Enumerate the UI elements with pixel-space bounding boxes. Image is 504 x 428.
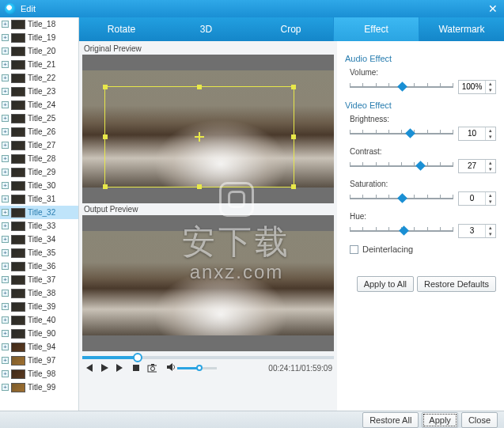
- tab-3d[interactable]: 3D: [164, 17, 248, 41]
- expand-icon[interactable]: +: [2, 142, 9, 149]
- title-thumbnail: [11, 20, 25, 29]
- close-button[interactable]: Close: [461, 412, 498, 428]
- sidebar-item[interactable]: +Title_21: [0, 58, 78, 71]
- sidebar-item[interactable]: +Title_32: [0, 206, 78, 219]
- snapshot-button[interactable]: [147, 363, 157, 373]
- crop-box[interactable]: [104, 86, 294, 187]
- expand-icon[interactable]: +: [2, 169, 9, 176]
- video-effect-header: Video Effect: [345, 100, 496, 110]
- expand-icon[interactable]: +: [2, 330, 9, 337]
- volume-spinner[interactable]: 100%▴▾: [458, 80, 496, 94]
- tab-rotate[interactable]: Rotate: [79, 17, 164, 41]
- expand-icon[interactable]: +: [2, 21, 9, 28]
- sidebar-item[interactable]: +Title_33: [0, 219, 78, 233]
- sidebar-item[interactable]: +Title_19: [0, 31, 78, 44]
- volume-slider[interactable]: [177, 367, 217, 369]
- seek-slider[interactable]: [82, 356, 334, 359]
- sidebar-item[interactable]: +Title_29: [0, 165, 78, 179]
- sidebar-item[interactable]: +Title_36: [0, 259, 78, 273]
- original-preview[interactable]: [82, 55, 334, 203]
- brightness-spinner[interactable]: 10▴▾: [458, 127, 496, 141]
- brightness-slider[interactable]: [350, 128, 453, 139]
- expand-icon[interactable]: +: [2, 115, 9, 122]
- sidebar-item[interactable]: +Title_98: [0, 367, 78, 381]
- expand-icon[interactable]: +: [2, 61, 9, 68]
- sidebar-item[interactable]: +Title_18: [0, 17, 78, 31]
- play-button[interactable]: [100, 363, 109, 373]
- expand-icon[interactable]: +: [2, 155, 9, 162]
- expand-icon[interactable]: +: [2, 34, 9, 41]
- sidebar-item[interactable]: +Title_24: [0, 98, 78, 112]
- contrast-spinner[interactable]: 27▴▾: [458, 159, 496, 173]
- expand-icon[interactable]: +: [2, 316, 9, 324]
- next-button[interactable]: [116, 363, 125, 373]
- sidebar-item[interactable]: +Title_39: [0, 300, 78, 313]
- sidebar-item[interactable]: +Title_99: [0, 381, 78, 394]
- sidebar-item[interactable]: +Title_26: [0, 125, 78, 138]
- tab-effect[interactable]: Effect: [333, 17, 419, 41]
- expand-icon[interactable]: +: [2, 47, 9, 55]
- expand-icon[interactable]: +: [2, 101, 9, 108]
- sidebar-item[interactable]: +Title_23: [0, 85, 78, 98]
- close-icon[interactable]: ✕: [487, 2, 499, 15]
- tab-watermark[interactable]: Watermark: [419, 17, 504, 41]
- sidebar-item[interactable]: +Title_34: [0, 233, 78, 246]
- stop-button[interactable]: [131, 363, 141, 373]
- expand-icon[interactable]: +: [2, 290, 9, 297]
- sidebar-item[interactable]: +Title_25: [0, 112, 78, 125]
- expand-icon[interactable]: +: [2, 88, 9, 95]
- restore-defaults-button[interactable]: Restore Defaults: [417, 276, 496, 292]
- saturation-spinner[interactable]: 0▴▾: [458, 191, 496, 206]
- output-preview-label: Output Preview: [82, 203, 334, 215]
- sidebar-item[interactable]: +Title_94: [0, 340, 78, 354]
- title-thumbnail: [11, 114, 25, 123]
- expand-icon[interactable]: +: [2, 195, 9, 203]
- expand-icon[interactable]: +: [2, 249, 9, 256]
- svg-point-3: [151, 367, 155, 371]
- title-thumbnail: [11, 235, 25, 244]
- expand-icon[interactable]: +: [2, 222, 9, 229]
- expand-icon[interactable]: +: [2, 263, 9, 270]
- expand-icon[interactable]: +: [2, 303, 9, 310]
- expand-icon[interactable]: +: [2, 276, 9, 283]
- sidebar-item[interactable]: +Title_35: [0, 246, 78, 259]
- volume-icon[interactable]: [166, 362, 176, 373]
- sidebar-item[interactable]: +Title_97: [0, 354, 78, 367]
- prev-button[interactable]: [84, 363, 93, 373]
- sidebar-item[interactable]: +Title_37: [0, 273, 78, 286]
- volume-effect-slider[interactable]: [350, 81, 453, 93]
- expand-icon[interactable]: +: [2, 74, 9, 81]
- expand-icon[interactable]: +: [2, 236, 9, 243]
- sidebar-item[interactable]: +Title_20: [0, 44, 78, 58]
- title-thumbnail: [11, 316, 25, 325]
- hue-spinner[interactable]: 3▴▾: [458, 224, 496, 238]
- title-thumbnail: [11, 60, 25, 70]
- sidebar-item[interactable]: +Title_22: [0, 71, 78, 85]
- hue-slider[interactable]: [350, 225, 453, 237]
- tab-crop[interactable]: Crop: [248, 17, 333, 41]
- sidebar-item[interactable]: +Title_38: [0, 286, 78, 300]
- saturation-slider[interactable]: [350, 193, 453, 204]
- sidebar-item[interactable]: +Title_30: [0, 179, 78, 192]
- sidebar-item[interactable]: +Title_28: [0, 152, 78, 165]
- contrast-slider[interactable]: [350, 161, 453, 172]
- audio-effect-header: Audio Effect: [345, 54, 496, 63]
- restore-all-button[interactable]: Restore All: [362, 412, 419, 428]
- sidebar-item-label: Title_23: [28, 87, 55, 96]
- expand-icon[interactable]: +: [2, 370, 9, 377]
- sidebar-item[interactable]: +Title_40: [0, 313, 78, 327]
- expand-icon[interactable]: +: [2, 182, 9, 189]
- apply-button[interactable]: Apply: [422, 412, 458, 428]
- expand-icon[interactable]: +: [2, 209, 9, 216]
- sidebar-item[interactable]: +Title_27: [0, 138, 78, 152]
- expand-icon[interactable]: +: [2, 357, 9, 364]
- expand-icon[interactable]: +: [2, 128, 9, 135]
- tab-bar: Rotate 3D Crop Effect Watermark: [79, 17, 504, 41]
- apply-to-all-button[interactable]: Apply to All: [357, 276, 414, 292]
- expand-icon[interactable]: +: [2, 343, 9, 350]
- sidebar-item[interactable]: +Title_90: [0, 327, 78, 340]
- expand-icon[interactable]: +: [2, 384, 9, 391]
- sidebar-item[interactable]: +Title_31: [0, 192, 78, 206]
- deinterlacing-checkbox[interactable]: Deinterlacing: [350, 244, 496, 254]
- title-list-sidebar[interactable]: +Title_18+Title_19+Title_20+Title_21+Tit…: [0, 17, 79, 411]
